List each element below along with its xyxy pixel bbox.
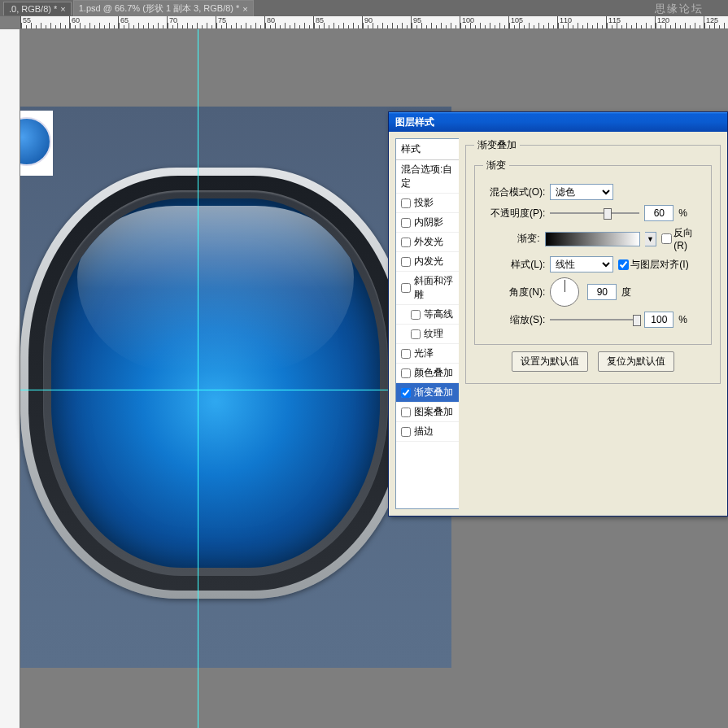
document-tab-bar: .0, RGB/8) * × 1.psd @ 66.7% (形状 1 副本 3,… [0,0,728,16]
style-item-label: 颜色叠加 [414,366,453,380]
style-item-label: 内发光 [414,255,443,268]
style-list-item[interactable]: 渐变叠加 [396,383,459,403]
gradient-dropdown-icon[interactable]: ▼ [645,232,657,246]
ruler-tick: 95 [411,16,460,28]
panel-inner-title: 渐变 [483,159,509,172]
style-checkbox[interactable] [401,257,411,267]
horizontal-ruler[interactable]: 5560657075808590951001051101151201251301… [20,16,728,29]
ruler-tick: 65 [118,16,167,28]
style-item-label: 斜面和浮雕 [414,274,454,302]
opacity-input[interactable] [644,205,674,221]
gradient-preview[interactable] [545,232,640,246]
style-item-label: 渐变叠加 [414,386,453,399]
gradient-overlay-panel: 渐变叠加 渐变 混合模式(O): 滤色 不透明度(P): [459,138,727,509]
close-icon[interactable]: × [60,4,65,14]
ruler-tick: 115 [606,16,655,28]
styles-list-header[interactable]: 样式 [396,139,459,160]
ruler-tick: 90 [362,16,411,28]
panel-group-title: 渐变叠加 [474,138,520,152]
artwork-shape[interactable] [20,168,411,599]
angle-input[interactable] [587,284,617,300]
ruler-tick: 85 [313,16,362,28]
style-label: 样式(L): [483,258,545,272]
style-item-label: 纹理 [424,327,443,341]
style-checkbox[interactable] [401,218,411,228]
style-list-item[interactable]: 光泽 [396,344,459,364]
style-list-item[interactable]: 等高线 [396,305,459,325]
style-checkbox[interactable] [401,283,411,293]
opacity-slider[interactable] [550,207,639,220]
ruler-tick: 125 [704,16,728,28]
style-checkbox[interactable] [401,388,411,398]
style-item-label: 混合选项:自定 [401,163,454,190]
scale-input[interactable] [644,312,674,328]
style-checkbox[interactable] [401,238,411,247]
reverse-checkbox-label[interactable]: 反向(R) [661,226,703,251]
style-select[interactable]: 线性 [550,256,613,272]
document-tab[interactable]: 1.psd @ 66.7% (形状 1 副本 3, RGB/8) * × [73,0,254,16]
style-list-item[interactable]: 纹理 [396,325,459,344]
reverse-checkbox[interactable] [661,233,672,244]
percent-label: % [678,207,687,219]
opacity-label: 不透明度(P): [483,207,545,220]
vertical-ruler[interactable] [0,29,20,728]
style-list-item[interactable]: 内阴影 [396,213,459,233]
style-checkbox[interactable] [411,310,421,320]
style-list-item[interactable]: 混合选项:自定 [396,160,459,194]
gradient-label: 渐变: [483,232,539,246]
style-list-item[interactable]: 图案叠加 [396,403,459,422]
styles-list: 样式 混合选项:自定投影内阴影外发光内发光斜面和浮雕等高线纹理光泽颜色叠加渐变叠… [395,138,459,509]
ruler-tick: 75 [216,16,264,28]
style-list-item[interactable]: 颜色叠加 [396,364,459,383]
align-checkbox-label[interactable]: 与图层对齐(I) [618,258,688,272]
style-item-label: 描边 [414,425,434,438]
ruler-tick: 105 [508,16,557,28]
dialog-title: 图层样式 [395,116,434,128]
dialog-titlebar[interactable]: 图层样式 [389,112,727,132]
reset-default-button[interactable]: 复位为默认值 [598,351,674,372]
style-list-item[interactable]: 斜面和浮雕 [396,272,459,305]
angle-dial[interactable] [550,277,579,307]
style-item-label: 光泽 [414,347,434,360]
style-item-label: 投影 [414,196,434,210]
style-list-item[interactable]: 外发光 [396,233,459,252]
style-item-label: 内阴影 [414,216,443,229]
percent-label: % [678,314,687,325]
ruler-tick: 60 [69,16,118,28]
style-checkbox[interactable] [401,349,411,359]
style-list-item[interactable]: 内发光 [396,252,459,272]
style-list-item[interactable]: 描边 [396,422,459,442]
ruler-tick: 80 [264,16,313,28]
style-item-label: 图案叠加 [414,405,453,419]
style-checkbox[interactable] [401,368,411,378]
ruler-tick: 70 [167,16,216,28]
tab-label: 1.psd @ 66.7% (形状 1 副本 3, RGB/8) * [79,2,240,15]
angle-unit: 度 [621,286,631,299]
thumbnail-preview [20,111,53,176]
angle-label: 角度(N): [483,286,545,299]
style-item-label: 等高线 [424,307,453,321]
style-checkbox[interactable] [401,408,411,417]
make-default-button[interactable]: 设置为默认值 [512,351,588,372]
watermark-text: 思缘论坛 [655,2,704,16]
blend-mode-select[interactable]: 滤色 [550,184,613,200]
ruler-tick: 55 [20,16,69,28]
ruler-tick: 110 [557,16,606,28]
document-tab[interactable]: .0, RGB/8) * × [3,2,72,15]
blend-mode-label: 混合模式(O): [483,185,545,199]
style-checkbox[interactable] [411,329,421,339]
ruler-tick: 120 [655,16,704,28]
scale-slider[interactable] [550,313,639,326]
ruler-tick: 100 [460,16,508,28]
scale-label: 缩放(S): [483,313,545,327]
style-checkbox[interactable] [401,427,411,437]
layer-style-dialog: 图层样式 样式 混合选项:自定投影内阴影外发光内发光斜面和浮雕等高线纹理光泽颜色… [388,111,728,517]
style-checkbox[interactable] [401,198,411,208]
align-checkbox[interactable] [618,259,629,270]
style-list-item[interactable]: 投影 [396,194,459,213]
tab-label: .0, RGB/8) * [9,4,57,14]
style-item-label: 外发光 [414,235,443,249]
vertical-guide[interactable] [198,29,198,728]
close-icon[interactable]: × [242,4,247,14]
